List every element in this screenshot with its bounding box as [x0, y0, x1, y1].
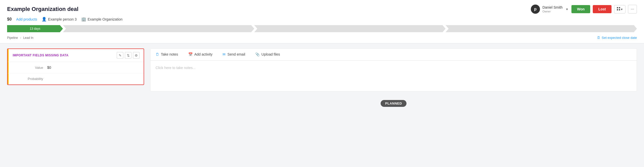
- stage-4[interactable]: [446, 25, 637, 32]
- tab-add-activity[interactable]: 📅 Add activity: [183, 49, 218, 60]
- sort-icon: ⇅: [127, 54, 130, 57]
- deal-value: $0: [7, 17, 12, 22]
- left-panel: IMPORTANT FIELDS MISSING DATA ✎ ⇅ ⚙ Valu…: [7, 48, 144, 114]
- lost-button[interactable]: Lost: [593, 5, 612, 13]
- person-item: 👤 Example person 3: [42, 17, 77, 22]
- svg-rect-0: [617, 7, 618, 8]
- tab-upload-files[interactable]: 📎 Upload files: [250, 49, 285, 60]
- owner-block: Daniel Smith Owner: [543, 5, 563, 13]
- gear-icon: ⚙: [135, 54, 138, 57]
- tab-send-email[interactable]: ✉ Send email: [217, 49, 250, 60]
- content-area: IMPORTANT FIELDS MISSING DATA ✎ ⇅ ⚙ Valu…: [0, 43, 644, 120]
- tab-add-activity-label: Add activity: [194, 52, 213, 56]
- owner-dropdown-button[interactable]: ▾: [565, 7, 569, 12]
- planned-badge: PLANNED: [381, 100, 406, 107]
- probability-field-label: Probability: [13, 77, 43, 81]
- owner-name: Daniel Smith: [543, 5, 563, 10]
- value-field-label: Value: [13, 66, 43, 70]
- owner-label: Owner: [543, 10, 551, 13]
- edit-icon: ✎: [119, 54, 122, 57]
- tab-send-email-label: Send email: [227, 52, 245, 56]
- stage-3[interactable]: [254, 25, 446, 32]
- set-close-date-label: Set expected close date: [602, 36, 637, 40]
- pipeline-footer: Pipeline › Lead In 🗓 Set expected close …: [7, 34, 637, 43]
- important-fields-header: IMPORTANT FIELDS MISSING DATA ✎ ⇅ ⚙: [8, 49, 144, 62]
- won-button[interactable]: Won: [571, 5, 590, 13]
- notes-icon: 🗒: [156, 52, 159, 56]
- tab-upload-files-label: Upload files: [261, 52, 280, 56]
- add-products-link[interactable]: Add products: [16, 17, 37, 21]
- stage-2[interactable]: [63, 25, 254, 32]
- grid-icon: [617, 7, 620, 11]
- email-icon: ✉: [223, 52, 226, 56]
- field-header-icons: ✎ ⇅ ⚙: [117, 52, 140, 59]
- settings-button[interactable]: ⚙: [133, 52, 140, 59]
- important-fields-card: IMPORTANT FIELDS MISSING DATA ✎ ⇅ ⚙ Valu…: [7, 48, 144, 85]
- tab-take-notes-label: Take notes: [161, 52, 178, 56]
- set-close-date-link[interactable]: 🗓 Set expected close date: [597, 36, 637, 40]
- svg-rect-1: [619, 7, 620, 8]
- svg-rect-3: [619, 9, 620, 10]
- breadcrumb: Pipeline › Lead In: [7, 36, 33, 40]
- chevron-down-icon: ▾: [621, 7, 623, 11]
- breadcrumb-root: Pipeline: [7, 36, 18, 40]
- breadcrumb-current: Lead In: [23, 36, 33, 40]
- avatar: p: [531, 5, 540, 14]
- right-panel: 🗒 Take notes 📅 Add activity ✉ Send email…: [150, 48, 637, 114]
- org-name: Example Organization: [88, 17, 123, 21]
- sort-fields-button[interactable]: ⇅: [125, 52, 131, 59]
- org-item: 🏢 Example Organization: [81, 17, 123, 22]
- paperclip-icon: 📎: [255, 52, 260, 56]
- header-actions: p Daniel Smith Owner ▾ Won Lost ▾: [531, 5, 637, 14]
- calendar-add-icon: 📅: [188, 52, 193, 56]
- more-options-button[interactable]: ···: [628, 5, 637, 13]
- breadcrumb-separator: ›: [20, 36, 21, 40]
- value-field-value: $0: [47, 65, 51, 70]
- person-name: Example person 3: [48, 17, 77, 21]
- deal-title: Example Organization deal: [7, 6, 78, 12]
- tab-take-notes[interactable]: 🗒 Take notes: [150, 49, 183, 60]
- org-icon: 🏢: [81, 17, 86, 22]
- stage-1[interactable]: 13 days: [7, 25, 63, 32]
- pipeline-progress: 13 days: [7, 25, 637, 32]
- notes-placeholder[interactable]: Click here to take notes...: [156, 66, 196, 70]
- view-toggle-button[interactable]: ▾: [614, 5, 625, 13]
- calendar-icon: 🗓: [597, 36, 600, 40]
- edit-fields-button[interactable]: ✎: [117, 52, 123, 59]
- person-icon: 👤: [42, 17, 47, 22]
- deal-meta-row: $0 Add products 👤 Example person 3 🏢 Exa…: [7, 17, 637, 22]
- activity-tabs: 🗒 Take notes 📅 Add activity ✉ Send email…: [150, 49, 637, 61]
- probability-field-row: Probability: [8, 73, 144, 85]
- svg-rect-2: [617, 9, 618, 10]
- value-field-row: Value $0: [8, 62, 144, 73]
- stage-1-label: 13 days: [30, 27, 40, 30]
- notes-area[interactable]: Click here to take notes...: [150, 61, 637, 91]
- important-fields-title: IMPORTANT FIELDS MISSING DATA: [13, 54, 69, 57]
